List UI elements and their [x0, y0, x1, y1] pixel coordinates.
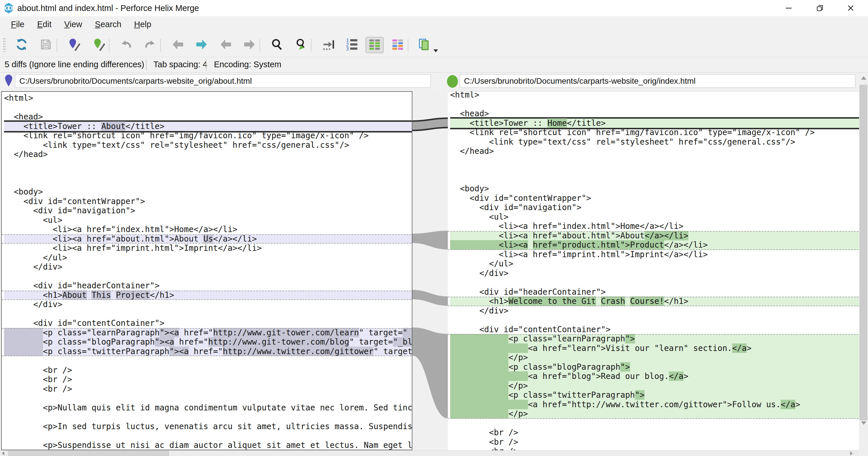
- redo-button[interactable]: [141, 37, 159, 53]
- side-by-side-view-button[interactable]: [366, 37, 383, 53]
- code-line: [4, 159, 412, 169]
- code-line: <div id="headerContainer">: [450, 287, 859, 297]
- scroll-down-icon[interactable]: [861, 421, 866, 425]
- switch-layout-button[interactable]: [416, 37, 434, 53]
- save-button[interactable]: [37, 37, 55, 53]
- code-line: <title>Tower :: About</title>: [4, 122, 412, 131]
- toggle-line-numbers-button[interactable]: 123: [343, 37, 361, 53]
- toolbar-separator: [109, 39, 110, 52]
- diff-connector-gutter: [412, 91, 448, 450]
- code-line: <br />: [450, 447, 859, 450]
- scroll-up-icon[interactable]: [861, 76, 866, 80]
- code-line: </head>: [450, 147, 859, 156]
- menu-help[interactable]: Help: [129, 17, 156, 31]
- minimize-icon: [784, 3, 794, 13]
- svg-text:3: 3: [346, 46, 349, 51]
- toolbar-separator: [408, 39, 408, 52]
- scrollbar-corner: [859, 450, 868, 456]
- intraline-diff-highlight: ">: [620, 362, 630, 372]
- intraline-diff-highlight: <li><a: [450, 240, 528, 250]
- go-to-line-button[interactable]: [319, 37, 337, 53]
- status-bar: 5 diffs (Ignore line ending differences)…: [0, 57, 868, 73]
- menu-search[interactable]: Search: [90, 17, 126, 31]
- code-line: <link rel="shortcut icon" href="img/favi…: [4, 131, 412, 141]
- intraline-diff-highlight: </a></li>: [645, 231, 688, 240]
- code-line: [4, 394, 412, 403]
- vertical-scrollbar-thumb[interactable]: [860, 85, 867, 420]
- close-button[interactable]: [843, 1, 859, 15]
- code-line: [450, 419, 859, 428]
- intraline-diff-highlight: ">: [625, 334, 635, 343]
- code-line: <link type="text/css" rel="stylesheet" h…: [450, 137, 859, 147]
- code-line: [450, 175, 859, 184]
- title-bar: about.html and index.html - Perforce Hel…: [0, 0, 868, 16]
- intraline-diff-highlight: This: [91, 290, 111, 300]
- code-line: <br />: [4, 384, 412, 394]
- next-conflict-button[interactable]: [241, 37, 258, 53]
- restore-icon: [815, 3, 825, 13]
- intraline-diff-highlight: Home: [547, 118, 567, 128]
- next-diff-teal-icon: [195, 38, 208, 52]
- find-next-button[interactable]: [292, 37, 310, 53]
- code-line: <link rel="shortcut icon" href="img/favi…: [450, 128, 859, 137]
- horizontal-scrollbar-thumb[interactable]: [8, 451, 169, 456]
- scroll-right-icon[interactable]: [850, 451, 853, 455]
- intraline-diff-highlight: [4, 337, 43, 347]
- code-line: <html>: [450, 91, 859, 100]
- restore-button[interactable]: [812, 1, 828, 15]
- edit-right-pin-icon: [92, 38, 105, 52]
- code-line: [450, 278, 859, 287]
- menu-view[interactable]: View: [60, 17, 87, 31]
- code-line: <div id="navigation">: [450, 203, 859, 212]
- vertical-scrollbar[interactable]: [859, 73, 868, 450]
- left-file-pane[interactable]: <html> <head> <title>Tower :: About</tit…: [1, 91, 412, 450]
- intraline-diff-highlight: Welcome to the Git: [508, 296, 596, 306]
- toolbar-grip-handle[interactable]: [3, 37, 6, 52]
- code-line: <br />: [450, 428, 859, 437]
- file-path-header-row: C:/Users/brunobrito/Documents/carparts-w…: [0, 73, 868, 91]
- left-code-area: <html> <head> <title>Tower :: About</tit…: [2, 92, 412, 450]
- right-code-area: <html> <head> <title>Tower :: Home</titl…: [448, 91, 859, 450]
- code-line: <li><a href="imprint.html">Imprint</a></…: [4, 244, 412, 253]
- right-file-pane[interactable]: <html> <head> <title>Tower :: Home</titl…: [448, 91, 859, 450]
- code-line: [4, 412, 412, 422]
- find-button[interactable]: [268, 37, 286, 53]
- horizontal-scrollbar[interactable]: [0, 450, 859, 456]
- refresh-icon: [15, 38, 28, 52]
- minimize-button[interactable]: [781, 1, 797, 15]
- next-diff-button[interactable]: [193, 37, 211, 53]
- refresh-button[interactable]: [13, 37, 31, 53]
- combined-diff-view-button[interactable]: [389, 37, 407, 53]
- code-line: <div id="contentContainer">: [4, 319, 412, 328]
- code-line: <head>: [450, 109, 859, 119]
- diff-connector-band: [412, 327, 448, 419]
- code-line: </div>: [4, 262, 412, 272]
- previous-diff-button[interactable]: [169, 37, 187, 53]
- edit-left-pin-icon: [67, 38, 81, 52]
- previous-conflict-button[interactable]: [217, 37, 235, 53]
- intraline-diff-highlight: "><a: [169, 347, 189, 356]
- line-numbers-icon: 123: [345, 38, 359, 52]
- status-separator: [146, 59, 147, 70]
- toolbar-separator: [160, 39, 161, 52]
- intraline-diff-highlight: [4, 347, 43, 356]
- code-line: <head>: [4, 112, 412, 122]
- code-line: <div id="contentWrapper">: [4, 197, 412, 206]
- menu-edit[interactable]: Edit: [33, 17, 56, 31]
- scroll-left-icon[interactable]: [2, 451, 4, 455]
- dropdown-arrow-icon[interactable]: [433, 49, 438, 52]
- edit-right-file-button[interactable]: [90, 37, 108, 53]
- undo-button[interactable]: [117, 37, 135, 53]
- status-separator: [206, 59, 207, 70]
- menu-file[interactable]: File: [6, 17, 29, 31]
- edit-left-file-button[interactable]: [65, 37, 83, 53]
- intraline-diff-highlight: "><a: [155, 337, 174, 347]
- intraline-diff-highlight: http://www.twitter.com/gittower: [223, 347, 374, 356]
- toolbar-separator: [57, 39, 57, 52]
- toolbar-separator: [259, 39, 260, 52]
- menu-bar: FileEditViewSearchHelp: [0, 16, 868, 32]
- code-line: [4, 178, 412, 188]
- code-line: <div id="contentContainer">: [450, 325, 859, 335]
- right-file-path-field[interactable]: C:/Users/brunobrito/Documents/carparts-w…: [460, 75, 855, 88]
- left-file-path-field[interactable]: C:/Users/brunobrito/Documents/carparts-w…: [15, 75, 431, 88]
